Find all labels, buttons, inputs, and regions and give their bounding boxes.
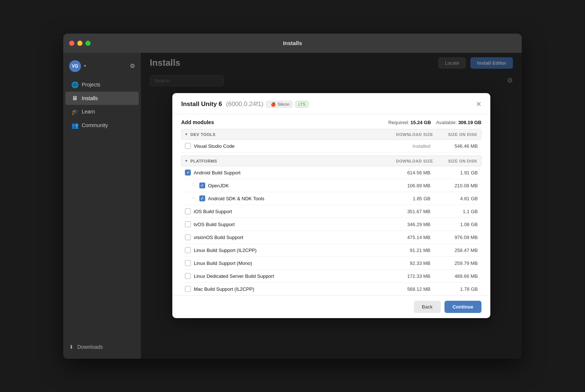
visionos-checkbox[interactable]	[185, 234, 191, 240]
module-row-mac-il2cpp: Mac Build Support (IL2CPP) 568.12 MB 1.7…	[181, 283, 481, 295]
modal-version: (6000.0.24f1)	[226, 100, 263, 108]
module-row-linux-server: Linux Dedicated Server Build Support 172…	[181, 270, 481, 283]
minimize-traffic-light[interactable]	[77, 41, 82, 46]
content-area: Installs Locate Install Editor ⚙ Install…	[141, 53, 522, 359]
android-name: Android Build Support	[194, 170, 376, 175]
col-disk-header: SIZE ON DISK	[433, 132, 477, 137]
back-button[interactable]: Back	[414, 301, 441, 313]
mac-il2cpp-checkbox[interactable]	[185, 286, 191, 292]
module-row-openjdk: └ OpenJDK 106.89 MB 210.08 MB	[181, 179, 481, 192]
modal-footer: Back Continue	[172, 295, 490, 318]
dev-tools-section-header[interactable]: ▾ DEV TOOLS DOWNLOAD SIZE SIZE ON DISK	[181, 129, 481, 140]
downloads-icon: ⬇	[69, 344, 74, 350]
window-title: Installs	[283, 40, 302, 46]
modules-table: ▾ DEV TOOLS DOWNLOAD SIZE SIZE ON DISK V…	[172, 129, 490, 295]
sidebar-item-projects[interactable]: 🌐 Projects	[65, 78, 139, 92]
tvos-disk-size: 1.08 GB	[433, 222, 478, 227]
traffic-lights	[69, 41, 91, 46]
linux-il2cpp-name: Linux Build Support (IL2CPP)	[194, 248, 376, 253]
linux-il2cpp-download-size: 91.21 MB	[379, 248, 430, 253]
android-sdk-checkbox[interactable]	[199, 195, 205, 201]
platforms-chevron-icon: ▾	[185, 158, 187, 163]
android-sdk-download-size: 1.85 GB	[379, 196, 430, 201]
sidebar-item-label: Projects	[82, 82, 101, 88]
linux-mono-name: Linux Build Support (Mono)	[194, 260, 376, 266]
community-icon: 👥	[71, 122, 78, 129]
close-traffic-light[interactable]	[69, 41, 74, 46]
android-sdk-disk-size: 4.81 GB	[433, 196, 478, 201]
module-row-vscode: Visual Studio Code Installed 546.46 MB	[181, 140, 481, 153]
openjdk-checkbox[interactable]	[199, 183, 205, 188]
dev-tools-label: DEV TOOLS	[190, 132, 381, 137]
learn-icon: 🎓	[71, 108, 78, 115]
ios-checkbox[interactable]	[185, 208, 191, 214]
avatar-chevron-icon[interactable]: ▾	[84, 64, 86, 68]
modal-title: Install Unity 6 (6000.0.24f1)	[181, 100, 263, 108]
linux-server-download-size: 172.33 MB	[379, 273, 430, 279]
ios-download-size: 351.67 MB	[379, 209, 430, 214]
sidebar-item-downloads[interactable]: ⬇ Downloads	[69, 344, 135, 350]
sidebar-item-label: Learn	[82, 109, 95, 115]
android-checkbox[interactable]	[185, 170, 191, 175]
modal-header: Install Unity 6 (6000.0.24f1) 🍎 Silicon …	[172, 93, 490, 114]
install-unity-modal: Install Unity 6 (6000.0.24f1) 🍎 Silicon …	[172, 93, 490, 318]
linux-mono-checkbox[interactable]	[185, 260, 191, 266]
ios-name: iOS Build Support	[194, 209, 376, 214]
mac-il2cpp-disk-size: 1.78 GB	[433, 286, 478, 292]
continue-button[interactable]: Continue	[444, 301, 481, 313]
module-row-android-sdk: └ Android SDK & NDK Tools 1.85 GB 4.81 G…	[181, 192, 481, 205]
openjdk-name: OpenJDK	[208, 183, 376, 188]
indent-line-icon: └	[192, 183, 195, 188]
dev-tools-chevron-icon: ▾	[185, 132, 187, 137]
col-disk-header-2: SIZE ON DISK	[433, 159, 477, 163]
mac-il2cpp-name: Mac Build Support (IL2CPP)	[194, 286, 376, 292]
vscode-disk-size: 546.46 MB	[433, 143, 478, 149]
openjdk-disk-size: 210.08 MB	[433, 183, 478, 188]
sidebar-item-community[interactable]: 👥 Community	[65, 119, 139, 132]
visionos-name: visionOS Build Support	[194, 235, 376, 240]
tvos-checkbox[interactable]	[185, 221, 191, 227]
module-row-linux-mono: Linux Build Support (Mono) 92.33 MB 259.…	[181, 257, 481, 270]
title-bar: Installs	[63, 34, 522, 53]
tvos-name: tvOS Build Support	[194, 222, 376, 227]
projects-icon: 🌐	[71, 81, 78, 88]
platforms-label: PLATFORMS	[190, 159, 381, 163]
mac-il2cpp-download-size: 568.12 MB	[379, 286, 430, 292]
sidebar-item-learn[interactable]: 🎓 Learn	[65, 105, 139, 119]
linux-il2cpp-checkbox[interactable]	[185, 247, 191, 253]
android-disk-size: 1.91 GB	[433, 170, 478, 175]
vscode-installed: Installed	[379, 143, 430, 149]
linux-mono-disk-size: 259.79 MB	[433, 260, 478, 266]
module-row-android: Android Build Support 614.56 MB 1.91 GB	[181, 166, 481, 179]
modal-backdrop: Install Unity 6 (6000.0.24f1) 🍎 Silicon …	[141, 53, 522, 359]
modal-close-button[interactable]: ✕	[476, 101, 481, 108]
module-row-ios: iOS Build Support 351.67 MB 1.1 GB	[181, 205, 481, 218]
platforms-section-header[interactable]: ▾ PLATFORMS DOWNLOAD SIZE SIZE ON DISK	[181, 156, 481, 166]
sidebar-item-label: Installs	[82, 95, 98, 101]
sidebar-gear-icon[interactable]: ⚙	[130, 62, 135, 69]
sidebar-item-label: Community	[82, 122, 108, 128]
col-download-header: DOWNLOAD SIZE	[381, 132, 433, 137]
linux-server-disk-size: 489.66 MB	[433, 273, 478, 279]
avatar[interactable]: VG	[69, 60, 81, 72]
vscode-checkbox[interactable]	[185, 143, 191, 149]
module-row-visionos: visionOS Build Support 475.14 MB 976.09 …	[181, 231, 481, 244]
indent-line-icon-2: └	[192, 196, 195, 201]
space-info: Required: 15.24 GB Available: 309.19 GB	[388, 120, 481, 125]
vscode-name: Visual Studio Code	[194, 143, 376, 149]
tvos-download-size: 346.29 MB	[379, 222, 430, 227]
visionos-disk-size: 976.09 MB	[433, 235, 478, 240]
module-row-tvos: tvOS Build Support 346.29 MB 1.08 GB	[181, 218, 481, 231]
linux-mono-download-size: 92.33 MB	[379, 260, 430, 266]
openjdk-download-size: 106.89 MB	[379, 183, 430, 188]
maximize-traffic-light[interactable]	[85, 41, 91, 46]
add-modules-label: Add modules	[181, 119, 214, 125]
android-sdk-name: Android SDK & NDK Tools	[208, 196, 376, 201]
col-download-header-2: DOWNLOAD SIZE	[381, 159, 433, 163]
main-layout: VG ▾ ⚙ 🌐 Projects 🖥 Installs 🎓 Learn 👥 C…	[63, 53, 522, 359]
linux-server-checkbox[interactable]	[185, 273, 191, 279]
sidebar-item-installs[interactable]: 🖥 Installs	[65, 92, 139, 105]
sidebar-bottom: ⬇ Downloads	[63, 340, 141, 354]
linux-server-name: Linux Dedicated Server Build Support	[194, 273, 376, 279]
sidebar-top: VG ▾ ⚙	[63, 57, 141, 75]
